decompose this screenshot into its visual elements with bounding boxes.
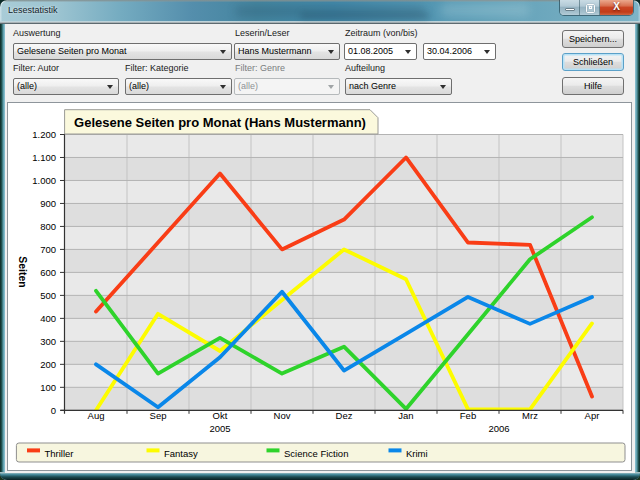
svg-text:Mrz: Mrz <box>522 410 538 421</box>
svg-text:300: 300 <box>40 336 56 347</box>
svg-text:Apr: Apr <box>585 410 600 421</box>
svg-text:Okt: Okt <box>213 410 228 421</box>
svg-text:500: 500 <box>40 290 56 301</box>
svg-text:0: 0 <box>51 405 56 416</box>
svg-text:Dez: Dez <box>336 410 353 421</box>
svg-text:Aug: Aug <box>88 410 105 421</box>
svg-text:200: 200 <box>40 359 56 370</box>
svg-text:700: 700 <box>40 244 56 255</box>
svg-text:600: 600 <box>40 267 56 278</box>
svg-text:Feb: Feb <box>460 410 476 421</box>
svg-text:800: 800 <box>40 221 56 232</box>
svg-text:Nov: Nov <box>274 410 291 421</box>
svg-text:Sep: Sep <box>150 410 167 421</box>
svg-text:2006: 2006 <box>488 423 509 434</box>
svg-text:1.100: 1.100 <box>32 152 56 163</box>
svg-text:Jan: Jan <box>398 410 413 421</box>
svg-text:Krimi: Krimi <box>406 448 428 459</box>
svg-text:1.000: 1.000 <box>32 175 56 186</box>
svg-text:2005: 2005 <box>209 423 230 434</box>
svg-text:900: 900 <box>40 198 56 209</box>
svg-text:Fantasy: Fantasy <box>164 448 198 459</box>
svg-text:Thriller: Thriller <box>45 448 74 459</box>
svg-text:Seiten: Seiten <box>17 256 29 288</box>
svg-text:100: 100 <box>40 382 56 393</box>
svg-text:400: 400 <box>40 313 56 324</box>
svg-text:Science Fiction: Science Fiction <box>284 448 348 459</box>
svg-text:1.200: 1.200 <box>32 129 56 140</box>
svg-text:Gelesene Seiten pro Monat (Han: Gelesene Seiten pro Monat (Hans Musterma… <box>74 115 366 130</box>
